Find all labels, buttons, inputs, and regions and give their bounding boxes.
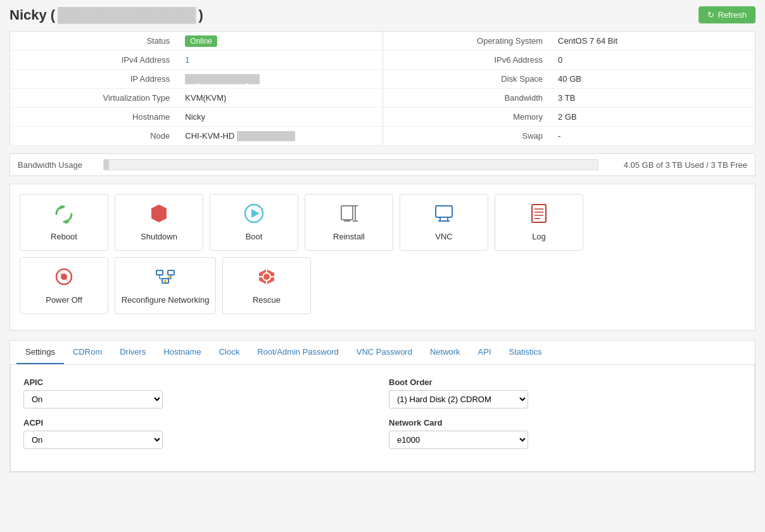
- shutdown-icon: [149, 203, 169, 227]
- page-header: Nicky (██████████████) ↻ Refresh: [9, 6, 756, 23]
- boot-button[interactable]: Boot: [210, 194, 298, 251]
- log-icon: [529, 203, 549, 227]
- acpi-field-group: ACPI On Off: [23, 418, 376, 449]
- reconfigure-networking-icon: [155, 267, 175, 290]
- ip-blurred: ██ ████████ ██: [185, 74, 260, 84]
- log-label: Log: [532, 232, 546, 241]
- left-info-table: Status Online IPv4 Address 1 IP Address …: [9, 31, 382, 146]
- title-end: ): [198, 7, 203, 23]
- svg-marker-2: [151, 205, 167, 222]
- os-cell: CentOS 7 64 Bit: [550, 32, 755, 51]
- left-label: Status: [10, 32, 178, 51]
- bandwidth-label: Bandwidth Usage: [18, 160, 94, 170]
- left-settings: APIC On Off ACPI On Off: [23, 377, 376, 459]
- tabs-nav: Settings CDRom Drivers Hostname Clock Ro…: [10, 341, 755, 365]
- table-row: Hostname Nicky: [10, 108, 383, 127]
- status-cell: Online: [177, 32, 382, 51]
- reconfigure-networking-label: Reconfigure Networking: [122, 295, 210, 305]
- ip-cell: ██ ████████ ██: [177, 70, 382, 89]
- reinstall-button[interactable]: Reinstall: [305, 194, 393, 251]
- title-text: Nicky (: [9, 7, 55, 23]
- boot-order-select[interactable]: (1) Hard Disk (2) CDROM (1) CDROM (2) Ha…: [389, 390, 528, 408]
- rescue-button[interactable]: Rescue: [222, 257, 311, 314]
- svg-point-29: [164, 280, 167, 282]
- actions-section: Reboot Shutdown Boot: [9, 184, 756, 331]
- svg-rect-14: [532, 205, 546, 222]
- power-off-label: Power Off: [46, 295, 82, 305]
- tab-statistics[interactable]: Statistics: [500, 341, 551, 364]
- tab-hostname[interactable]: Hostname: [155, 341, 210, 364]
- reboot-button[interactable]: Reboot: [20, 194, 108, 251]
- network-card-label: Network Card: [389, 418, 742, 428]
- right-label: Operating System: [383, 32, 551, 51]
- table-row: IP Address ██ ████████ ██: [10, 70, 383, 89]
- tab-api[interactable]: API: [469, 341, 500, 364]
- refresh-label: Refresh: [718, 10, 747, 20]
- svg-rect-23: [156, 270, 163, 275]
- tab-root-password[interactable]: Root/Admin Password: [248, 341, 348, 364]
- shutdown-button[interactable]: Shutdown: [115, 194, 203, 251]
- acpi-select[interactable]: On Off: [23, 431, 163, 449]
- svg-rect-6: [344, 220, 350, 222]
- ipv4-cell: 1: [177, 51, 382, 70]
- tab-cdrom[interactable]: CDRom: [64, 341, 111, 364]
- reinstall-icon: [339, 203, 359, 227]
- apic-select[interactable]: On Off: [23, 390, 163, 408]
- table-row: IPv4 Address 1: [10, 51, 383, 70]
- settings-grid: APIC On Off ACPI On Off: [23, 377, 742, 459]
- boot-order-label: Boot Order: [389, 377, 742, 387]
- right-label: Disk Space: [383, 70, 551, 89]
- left-label: Node: [10, 127, 178, 146]
- tab-network[interactable]: Network: [421, 341, 469, 364]
- svg-rect-10: [436, 206, 452, 217]
- network-card-field-group: Network Card e1000 virtio: [389, 418, 742, 449]
- node-cell: CHI-KVM-HD ██████████: [177, 127, 382, 146]
- status-badge: Online: [185, 35, 217, 47]
- table-row: Bandwidth 3 TB: [383, 89, 756, 108]
- refresh-button[interactable]: ↻ Refresh: [699, 6, 756, 23]
- rescue-icon: [256, 267, 277, 290]
- rescue-label: Rescue: [253, 295, 281, 305]
- right-info-table: Operating System CentOS 7 64 Bit IPv6 Ad…: [382, 31, 756, 146]
- power-off-button[interactable]: Power Off: [20, 257, 108, 314]
- tab-content-settings: APIC On Off ACPI On Off: [10, 365, 755, 472]
- tab-clock[interactable]: Clock: [210, 341, 249, 364]
- right-label: Bandwidth: [383, 89, 551, 108]
- reconfigure-networking-button[interactable]: Reconfigure Networking: [115, 257, 216, 314]
- left-label: Virtualization Type: [10, 89, 178, 108]
- memory-cell: 2 GB: [550, 108, 755, 127]
- reboot-icon: [54, 204, 74, 227]
- reinstall-label: Reinstall: [333, 232, 365, 241]
- table-row: Disk Space 40 GB: [383, 70, 756, 89]
- hostname-cell: Nicky: [177, 108, 382, 127]
- network-card-select[interactable]: e1000 virtio: [389, 431, 528, 449]
- tab-drivers[interactable]: Drivers: [111, 341, 155, 364]
- bandwidth-cell: 3 TB: [550, 89, 755, 108]
- tab-settings[interactable]: Settings: [16, 341, 64, 364]
- tab-vnc-password[interactable]: VNC Password: [348, 341, 421, 364]
- refresh-icon: ↻: [707, 10, 714, 20]
- reboot-label: Reboot: [51, 232, 77, 241]
- left-label: IP Address: [10, 70, 178, 89]
- info-grid: Status Online IPv4 Address 1 IP Address …: [9, 31, 756, 146]
- right-label: Swap: [383, 127, 551, 146]
- title-blurred: ██████████████: [58, 7, 196, 23]
- actions-row-2: Power Off Reconfigure Netwo: [20, 257, 745, 314]
- ipv4-link[interactable]: 1: [185, 55, 189, 65]
- right-label: IPv6 Address: [383, 51, 551, 70]
- boot-order-field-group: Boot Order (1) Hard Disk (2) CDROM (1) C…: [389, 377, 742, 408]
- log-button[interactable]: Log: [495, 194, 583, 251]
- svg-rect-24: [168, 270, 174, 275]
- bandwidth-bar-container: [103, 159, 598, 170]
- vnc-button[interactable]: VNC: [400, 194, 488, 251]
- bandwidth-row: Bandwidth Usage 4.05 GB of 3 TB Used / 3…: [9, 153, 756, 176]
- ipv6-cell: 0: [550, 51, 755, 70]
- power-off-icon: [54, 267, 74, 290]
- vnc-icon: [434, 203, 454, 227]
- svg-marker-4: [251, 209, 260, 218]
- disk-cell: 40 GB: [550, 70, 755, 89]
- swap-cell: -: [550, 127, 755, 146]
- table-row: Operating System CentOS 7 64 Bit: [383, 32, 756, 51]
- bandwidth-text: 4.05 GB of 3 TB Used / 3 TB Free: [608, 160, 747, 170]
- table-row: Memory 2 GB: [383, 108, 756, 127]
